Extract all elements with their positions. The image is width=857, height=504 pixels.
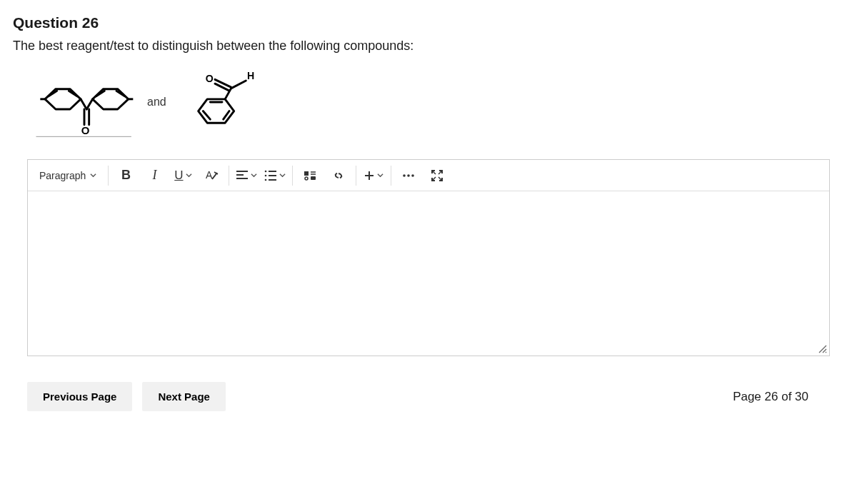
insert-dropdown[interactable] <box>359 160 388 191</box>
compound-1-structure: O <box>27 66 134 138</box>
media-icon <box>303 170 317 181</box>
more-icon <box>402 173 415 178</box>
svg-point-31 <box>265 174 267 176</box>
editor-toolbar: Paragraph B I U A <box>28 160 829 191</box>
toolbar-separator <box>391 166 391 186</box>
link-button[interactable] <box>324 160 353 191</box>
resize-handle[interactable] <box>818 344 828 354</box>
svg-point-43 <box>408 174 411 177</box>
list-icon <box>264 170 277 181</box>
chevron-down-icon <box>279 172 286 178</box>
bold-button[interactable]: B <box>111 160 140 191</box>
italic-icon: I <box>152 168 156 183</box>
bold-icon: B <box>121 168 131 183</box>
media-button[interactable] <box>296 160 324 191</box>
align-dropdown[interactable] <box>232 160 261 191</box>
more-button[interactable] <box>394 160 423 191</box>
svg-marker-5 <box>93 89 129 109</box>
svg-point-44 <box>412 174 415 177</box>
svg-text:H: H <box>247 70 254 81</box>
svg-line-8 <box>81 99 86 109</box>
editor-textarea[interactable] <box>28 191 829 356</box>
plus-icon <box>364 170 375 181</box>
italic-button[interactable]: I <box>140 160 169 191</box>
svg-line-23 <box>231 81 246 89</box>
compound-2-structure: O H <box>179 66 265 138</box>
page-footer: Previous Page Next Page Page 26 of 30 <box>13 382 844 411</box>
next-page-button[interactable]: Next Page <box>142 382 226 411</box>
toolbar-separator <box>356 166 356 186</box>
chevron-down-icon <box>251 172 257 178</box>
svg-line-9 <box>86 99 92 109</box>
svg-point-30 <box>265 170 267 172</box>
svg-line-21 <box>215 79 231 87</box>
toolbar-separator <box>108 166 109 186</box>
align-left-icon <box>236 170 249 181</box>
svg-point-36 <box>305 177 308 180</box>
underline-icon: U <box>174 168 183 183</box>
page-indicator: Page 26 of 30 <box>733 390 808 404</box>
fullscreen-icon <box>431 169 443 182</box>
paragraph-style-dropdown[interactable]: Paragraph <box>31 160 105 191</box>
svg-point-42 <box>404 174 406 177</box>
svg-rect-37 <box>311 176 316 180</box>
rich-text-editor: Paragraph B I U A <box>27 159 830 356</box>
list-dropdown[interactable] <box>261 160 289 191</box>
paragraph-label: Paragraph <box>39 170 86 181</box>
clear-format-icon: A <box>204 168 219 183</box>
fullscreen-button[interactable] <box>423 160 451 191</box>
chevron-down-icon <box>377 172 384 178</box>
underline-dropdown[interactable]: U <box>169 160 197 191</box>
question-prompt: The best reagent/test to distinguish bet… <box>13 39 844 54</box>
compounds-row: O and O H <box>27 66 844 138</box>
chevron-down-icon <box>186 172 192 178</box>
clear-format-button[interactable]: A <box>197 160 226 191</box>
toolbar-separator <box>292 166 293 186</box>
chevron-down-icon <box>90 172 96 178</box>
compound-joiner: and <box>147 96 166 109</box>
previous-page-button[interactable]: Previous Page <box>27 382 132 411</box>
svg-text:O: O <box>205 73 213 84</box>
question-title: Question 26 <box>13 14 844 31</box>
svg-marker-0 <box>45 89 81 109</box>
svg-point-32 <box>265 178 267 181</box>
link-icon <box>331 168 346 183</box>
toolbar-separator <box>229 166 229 186</box>
svg-text:O: O <box>81 124 90 136</box>
